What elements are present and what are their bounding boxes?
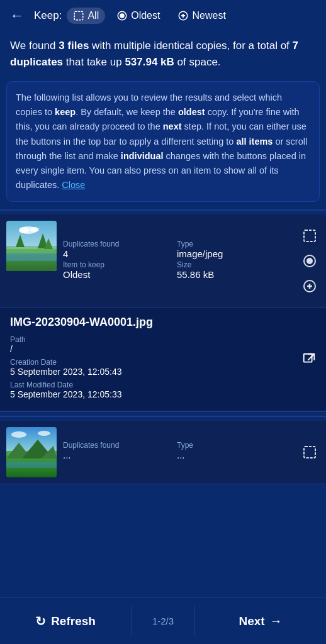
card-actions-1 (293, 221, 326, 301)
filter-all-button[interactable]: All (67, 8, 105, 24)
keep-label-1: Item to keep (63, 260, 173, 269)
oldest-icon (116, 10, 128, 21)
path-value: / (10, 344, 316, 354)
type-label-2: Type (177, 441, 287, 450)
select-none-icon-2[interactable] (300, 442, 320, 462)
duplicates-label-2: Duplicates found (63, 441, 173, 450)
select-none-icon[interactable] (300, 226, 320, 246)
thumb-image-1 (6, 221, 57, 271)
info-text: The following list allows you to review … (16, 92, 307, 190)
file-info-expanded-1: IMG-20230904-WA0001.jpg Path / Creation … (0, 308, 326, 412)
size-value: 537.94 kB (125, 56, 174, 68)
file-meta-2: Duplicates found ... Type ... (57, 427, 293, 477)
filter-all-label: All (87, 10, 99, 21)
file-thumb-1 (6, 221, 57, 271)
thumb-image-2 (6, 427, 57, 477)
file-card-2-top[interactable]: Duplicates found ... Type ... (0, 421, 326, 484)
keep-label: Keep: (34, 9, 62, 22)
svg-rect-14 (304, 230, 315, 242)
svg-rect-28 (304, 447, 315, 458)
file-card-1-top[interactable]: Duplicates found 4 Type image/jpeg Item … (0, 214, 326, 308)
creation-value: 5 September 2023, 12:05:43 (10, 367, 316, 377)
next-label: Next (239, 614, 264, 628)
divider-2 (0, 416, 326, 417)
path-row: Path / (10, 335, 316, 354)
refresh-label: Refresh (51, 614, 96, 628)
newest-icon (177, 10, 189, 21)
duplicates-value-1: 4 (63, 248, 173, 259)
next-icon: → (270, 614, 283, 628)
file-thumb-2 (6, 427, 57, 477)
keep-newest-icon[interactable] (300, 276, 320, 296)
close-link[interactable]: Close (62, 180, 85, 190)
svg-point-27 (38, 431, 50, 436)
summary-pre: We found (10, 40, 59, 52)
svg-point-13 (30, 227, 39, 232)
bottom-bar: ↻ Refresh 1-2/3 Next → (0, 597, 326, 644)
size-label-1: Size (177, 260, 287, 269)
svg-rect-0 (75, 11, 84, 20)
pagination: 1-2/3 (132, 598, 194, 644)
filter-oldest-button[interactable]: Oldest (110, 8, 166, 24)
file-info-1: IMG-20230904-WA0001.jpg Path / Creation … (0, 308, 326, 412)
duplicates-label-1: Duplicates found (63, 240, 173, 248)
summary-end: of space. (174, 56, 221, 68)
modified-row: Last Modified Date 5 September 2023, 12:… (10, 380, 316, 399)
summary-mid: with multiple identical copies, for a to… (89, 40, 292, 52)
refresh-button[interactable]: ↻ Refresh (0, 598, 131, 644)
keep-oldest-icon[interactable] (300, 251, 320, 271)
svg-point-2 (120, 14, 124, 18)
filter-oldest-label: Oldest (131, 10, 160, 21)
info-box: The following list allows you to review … (6, 81, 320, 202)
next-button[interactable]: Next → (195, 598, 326, 644)
selection-icon (73, 10, 84, 21)
file-meta-1: Duplicates found 4 Type image/jpeg Item … (57, 221, 293, 301)
top-bar: ← Keep: All Oldest Newest (0, 0, 326, 31)
path-label: Path (10, 335, 316, 344)
type-value-2: ... (177, 450, 287, 460)
svg-point-26 (11, 431, 26, 438)
svg-rect-25 (6, 462, 57, 468)
keep-value-1: Oldest (63, 269, 173, 280)
svg-rect-10 (6, 253, 57, 261)
creation-row: Creation Date 5 September 2023, 12:05:43 (10, 358, 316, 377)
divider-1 (0, 209, 326, 211)
file-name-1: IMG-20230904-WA0001.jpg (10, 316, 316, 329)
back-button[interactable]: ← (10, 8, 24, 24)
modified-label: Last Modified Date (10, 380, 316, 389)
filter-newest-button[interactable]: Newest (171, 8, 232, 24)
duplicates-value-2: ... (63, 450, 173, 460)
type-label-1: Type (177, 240, 287, 248)
file-card-1: Duplicates found 4 Type image/jpeg Item … (0, 214, 326, 412)
refresh-icon: ↻ (35, 614, 46, 629)
card-actions-2 (293, 427, 326, 477)
summary-text: We found 3 files with multiple identical… (10, 38, 316, 70)
modified-value: 5 September 2023, 12:05:33 (10, 389, 316, 399)
svg-point-12 (19, 227, 29, 233)
summary-section: We found 3 files with multiple identical… (0, 31, 326, 81)
open-external-icon[interactable] (302, 352, 316, 369)
summary-post: that take up (63, 56, 125, 68)
type-value-1: image/jpeg (177, 248, 287, 259)
file-card-2: Duplicates found ... Type ... (0, 421, 326, 484)
creation-label: Creation Date (10, 358, 316, 367)
filter-newest-label: Newest (192, 10, 225, 21)
svg-point-16 (307, 258, 312, 264)
files-count: 3 files (59, 40, 89, 52)
size-value-1: 55.86 kB (177, 269, 287, 280)
